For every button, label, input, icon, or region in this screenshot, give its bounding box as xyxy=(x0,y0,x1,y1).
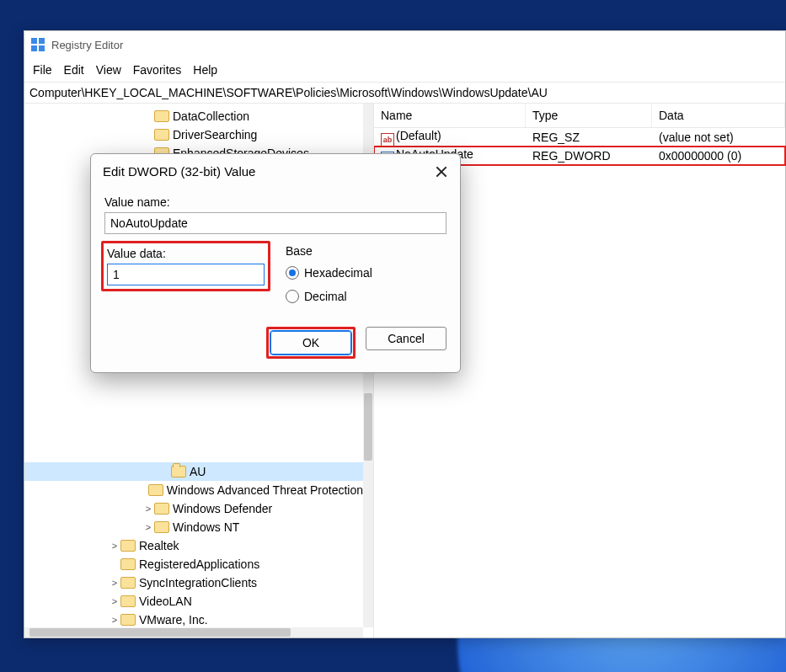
value-type: REG_DWORD xyxy=(526,148,652,163)
value-type: REG_SZ xyxy=(526,130,652,145)
expand-icon[interactable]: > xyxy=(109,615,120,625)
tree-node-label: SyncIntegrationClients xyxy=(139,576,257,589)
menu-favorites[interactable]: Favorites xyxy=(133,63,182,77)
ok-button-highlight: OK xyxy=(266,327,356,359)
expand-icon[interactable]: > xyxy=(109,578,120,588)
tree-node-label: VMware, Inc. xyxy=(139,613,208,627)
col-header-name[interactable]: Name xyxy=(374,104,526,127)
radio-icon xyxy=(286,266,299,280)
menu-help[interactable]: Help xyxy=(193,63,217,77)
folder-icon xyxy=(154,503,169,515)
menubar: File Edit View Favorites Help xyxy=(24,58,785,82)
tree-node[interactable]: DataCollection xyxy=(24,107,363,125)
tree-node[interactable]: Windows Advanced Threat Protection xyxy=(24,481,363,499)
tree-node-label: RegisteredApplications xyxy=(139,557,259,571)
tree-node-label: DriverSearching xyxy=(173,128,257,141)
radio-dec-label: Decimal xyxy=(304,290,347,303)
tree-node-label: AU xyxy=(190,465,206,478)
tree-node-label: Windows Defender xyxy=(173,502,272,515)
folder-icon xyxy=(148,484,163,496)
tree-node[interactable]: RegisteredApplications xyxy=(24,555,363,573)
scrollbar-thumb[interactable] xyxy=(364,393,372,461)
close-icon[interactable] xyxy=(435,165,448,179)
value-data: (value not set) xyxy=(652,130,785,145)
dialog-buttons: OK Cancel xyxy=(91,322,460,372)
ok-button[interactable]: OK xyxy=(270,331,351,355)
address-bar[interactable]: Computer\HKEY_LOCAL_MACHINE\SOFTWARE\Pol… xyxy=(24,82,785,104)
menu-file[interactable]: File xyxy=(33,63,52,77)
folder-icon xyxy=(120,614,136,626)
folder-icon xyxy=(171,466,186,477)
folder-icon xyxy=(154,110,169,122)
value-name-field[interactable] xyxy=(104,212,446,234)
cancel-button[interactable]: Cancel xyxy=(366,327,446,350)
regedit-icon xyxy=(31,38,45,51)
expand-icon[interactable]: > xyxy=(142,522,154,532)
expand-icon[interactable]: > xyxy=(109,596,120,606)
radio-decimal[interactable]: Decimal xyxy=(286,290,446,303)
base-group-label: Base xyxy=(286,244,446,258)
dialog-title: Edit DWORD (32-bit) Value xyxy=(103,164,255,179)
tree-horizontal-scrollbar[interactable] xyxy=(24,627,363,637)
tree-node[interactable]: >Realtek xyxy=(24,536,363,555)
folder-icon xyxy=(154,521,169,533)
tree-node-label: Realtek xyxy=(139,539,179,552)
expand-icon[interactable]: > xyxy=(109,541,120,551)
tree-node[interactable]: AU xyxy=(24,462,363,481)
tree-node[interactable]: DriverSearching xyxy=(24,125,363,144)
expand-icon[interactable]: > xyxy=(142,504,154,514)
tree-node-label: Windows NT xyxy=(173,520,239,534)
scrollbar-thumb[interactable] xyxy=(29,628,291,637)
menu-edit[interactable]: Edit xyxy=(64,63,84,77)
tree-node-label: DataCollection xyxy=(173,109,249,123)
window-title: Registry Editor xyxy=(51,39,123,51)
titlebar[interactable]: Registry Editor xyxy=(24,31,785,58)
col-header-type[interactable]: Type xyxy=(526,104,652,127)
values-header[interactable]: Name Type Data xyxy=(374,104,785,128)
value-name-label: Value name: xyxy=(104,195,446,209)
tree-node[interactable]: >VideoLAN xyxy=(24,592,363,611)
radio-hex-label: Hexadecimal xyxy=(304,266,372,280)
value-type-icon: ab xyxy=(381,133,394,147)
radio-icon xyxy=(286,290,299,303)
folder-icon xyxy=(120,577,136,589)
folder-icon xyxy=(120,558,136,570)
value-name: (Default) xyxy=(396,129,441,142)
value-data-field[interactable] xyxy=(107,264,265,285)
edit-dword-dialog: Edit DWORD (32-bit) Value Value name: Va… xyxy=(90,153,461,373)
radio-hexadecimal[interactable]: Hexadecimal xyxy=(286,266,446,280)
value-data-label: Value data: xyxy=(107,247,265,260)
tree-node[interactable]: >VMware, Inc. xyxy=(24,611,363,627)
tree-node[interactable]: >SyncIntegrationClients xyxy=(24,573,363,592)
value-data-highlight: Value data: xyxy=(101,241,270,291)
menu-view[interactable]: View xyxy=(96,63,121,77)
tree-node[interactable]: >Windows NT xyxy=(24,518,363,536)
folder-icon xyxy=(120,595,136,607)
col-header-data[interactable]: Data xyxy=(652,104,785,127)
tree-node[interactable]: >Windows Defender xyxy=(24,499,363,518)
dialog-titlebar[interactable]: Edit DWORD (32-bit) Value xyxy=(91,154,460,185)
folder-icon xyxy=(120,540,136,552)
tree-node-label: VideoLAN xyxy=(139,595,192,608)
value-row[interactable]: ab(Default)REG_SZ(value not set) xyxy=(374,128,785,147)
folder-icon xyxy=(154,129,169,141)
tree-node-label: Windows Advanced Threat Protection xyxy=(167,483,363,497)
value-data: 0x00000000 (0) xyxy=(652,148,785,163)
